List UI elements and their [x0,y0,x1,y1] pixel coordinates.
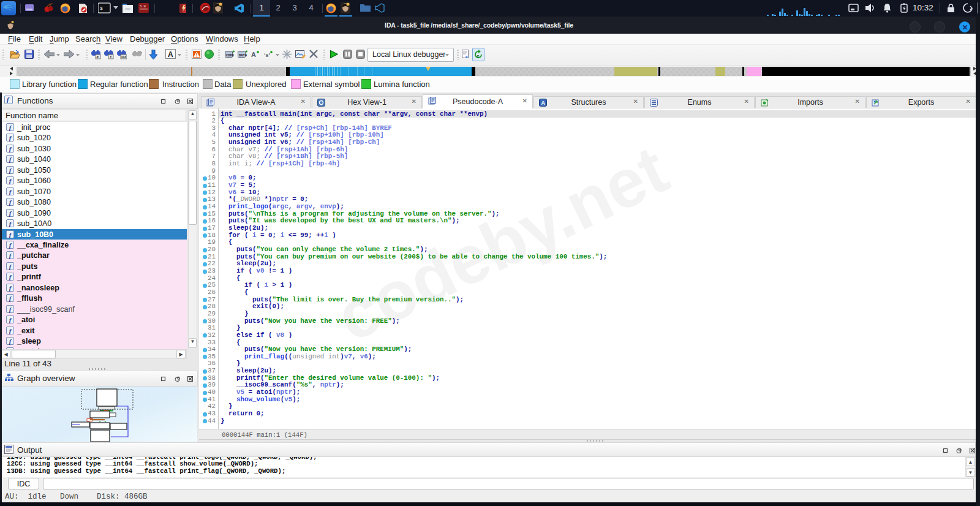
svg-text:‘s’: ‘s’ [264,52,270,58]
svg-text:DATA: DATA [239,53,247,58]
svg-text:$: $ [100,6,103,11]
svg-text:T: T [110,55,112,59]
svg-text:CODE: CODE [226,53,235,58]
svg-text:A: A [168,50,173,59]
svg-text:A: A [251,51,256,58]
svg-text:c: c [477,53,480,59]
svg-text:S H: S H [140,4,146,9]
svg-text:103: 103 [121,55,127,59]
svg-text:c: c [466,54,469,59]
